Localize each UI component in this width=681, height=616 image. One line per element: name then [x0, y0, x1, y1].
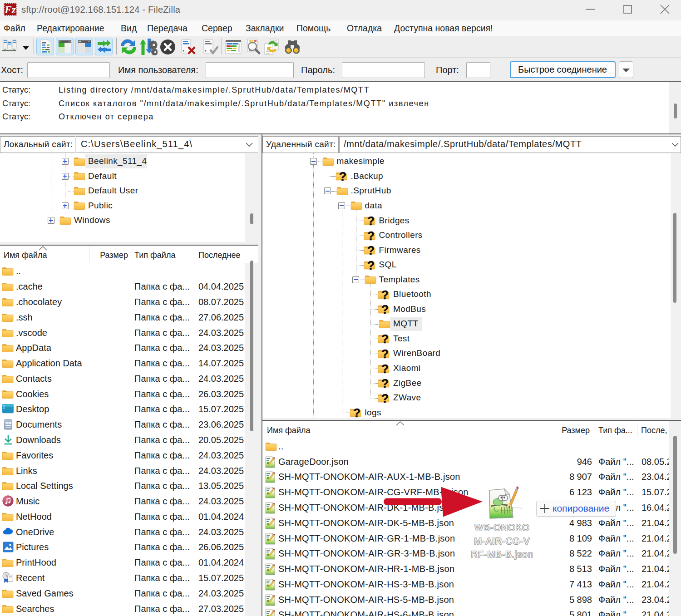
- svg-text:Fz: Fz: [4, 4, 15, 15]
